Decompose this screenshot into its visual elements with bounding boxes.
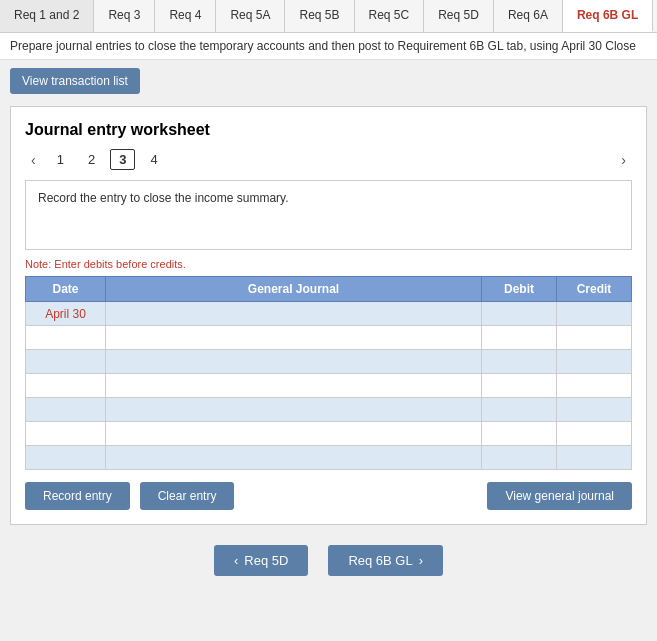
credit-cell-4[interactable]	[557, 374, 632, 398]
next-arrow-icon: ›	[419, 553, 423, 568]
tab-req5c[interactable]: Req 5C	[355, 0, 425, 32]
table-row	[26, 422, 632, 446]
tab-re[interactable]: Re	[653, 0, 657, 32]
credit-cell-2[interactable]	[557, 326, 632, 350]
journal-cell-5[interactable]	[106, 398, 482, 422]
credit-cell-3[interactable]	[557, 350, 632, 374]
date-cell-2	[26, 326, 106, 350]
credit-input-2[interactable]	[557, 326, 631, 349]
journal-input-4[interactable]	[106, 374, 481, 397]
journal-cell-6[interactable]	[106, 422, 482, 446]
col-header-debit: Debit	[482, 277, 557, 302]
view-general-journal-button[interactable]: View general journal	[487, 482, 632, 510]
page-1[interactable]: 1	[48, 149, 73, 170]
journal-cell-3[interactable]	[106, 350, 482, 374]
table-row	[26, 374, 632, 398]
debit-cell-6[interactable]	[482, 422, 557, 446]
col-header-journal: General Journal	[106, 277, 482, 302]
date-cell-1: April 30	[26, 302, 106, 326]
table-row	[26, 398, 632, 422]
debit-input-1[interactable]	[482, 302, 556, 325]
debit-input-2[interactable]	[482, 326, 556, 349]
credit-input-4[interactable]	[557, 374, 631, 397]
date-cell-3	[26, 350, 106, 374]
journal-cell-7[interactable]	[106, 446, 482, 470]
credit-input-5[interactable]	[557, 398, 631, 421]
tab-req3[interactable]: Req 3	[94, 0, 155, 32]
credit-input-7[interactable]	[557, 446, 631, 469]
debit-cell-2[interactable]	[482, 326, 557, 350]
debit-cell-7[interactable]	[482, 446, 557, 470]
prev-nav-label: Req 5D	[244, 553, 288, 568]
debit-input-6[interactable]	[482, 422, 556, 445]
debit-cell-5[interactable]	[482, 398, 557, 422]
next-nav-label: Req 6B GL	[348, 553, 412, 568]
date-cell-4	[26, 374, 106, 398]
page-next-arrow[interactable]: ›	[615, 150, 632, 170]
page-4[interactable]: 4	[141, 149, 166, 170]
col-header-credit: Credit	[557, 277, 632, 302]
table-row: April 30	[26, 302, 632, 326]
debit-input-3[interactable]	[482, 350, 556, 373]
debit-cell-4[interactable]	[482, 374, 557, 398]
date-cell-7	[26, 446, 106, 470]
tab-req5d[interactable]: Req 5D	[424, 0, 494, 32]
credit-cell-6[interactable]	[557, 422, 632, 446]
table-row	[26, 446, 632, 470]
tab-req5a[interactable]: Req 5A	[216, 0, 285, 32]
page-2[interactable]: 2	[79, 149, 104, 170]
credit-input-3[interactable]	[557, 350, 631, 373]
tab-req5b[interactable]: Req 5B	[285, 0, 354, 32]
date-cell-5	[26, 398, 106, 422]
journal-input-6[interactable]	[106, 422, 481, 445]
credit-cell-7[interactable]	[557, 446, 632, 470]
col-header-date: Date	[26, 277, 106, 302]
page-3[interactable]: 3	[110, 149, 135, 170]
page-navigation: ‹ 1 2 3 4 ›	[25, 149, 632, 170]
journal-input-2[interactable]	[106, 326, 481, 349]
prev-nav-button[interactable]: ‹ Req 5D	[214, 545, 308, 576]
credit-cell-1[interactable]	[557, 302, 632, 326]
tab-req4[interactable]: Req 4	[155, 0, 216, 32]
record-entry-button[interactable]: Record entry	[25, 482, 130, 510]
tab-bar: Req 1 and 2 Req 3 Req 4 Req 5A Req 5B Re…	[0, 0, 657, 33]
journal-cell-2[interactable]	[106, 326, 482, 350]
date-cell-6	[26, 422, 106, 446]
journal-input-7[interactable]	[106, 446, 481, 469]
bottom-buttons: Record entry Clear entry View general jo…	[25, 482, 632, 510]
debit-input-5[interactable]	[482, 398, 556, 421]
journal-table: Date General Journal Debit Credit April …	[25, 276, 632, 470]
view-transaction-button[interactable]: View transaction list	[10, 68, 140, 94]
debit-input-4[interactable]	[482, 374, 556, 397]
table-row	[26, 326, 632, 350]
prev-arrow-icon: ‹	[234, 553, 238, 568]
credit-cell-5[interactable]	[557, 398, 632, 422]
tab-req1and2[interactable]: Req 1 and 2	[0, 0, 94, 32]
worksheet-title: Journal entry worksheet	[25, 121, 632, 139]
journal-cell-1[interactable]	[106, 302, 482, 326]
nav-buttons: ‹ Req 5D Req 6B GL ›	[0, 545, 657, 576]
debit-input-7[interactable]	[482, 446, 556, 469]
tab-req6bgl[interactable]: Req 6B GL	[563, 0, 653, 32]
journal-cell-4[interactable]	[106, 374, 482, 398]
next-nav-button[interactable]: Req 6B GL ›	[328, 545, 443, 576]
debit-cell-1[interactable]	[482, 302, 557, 326]
instruction-box: Record the entry to close the income sum…	[25, 180, 632, 250]
note-text: Note: Enter debits before credits.	[25, 258, 632, 270]
main-panel: Journal entry worksheet ‹ 1 2 3 4 › Reco…	[10, 106, 647, 525]
journal-input-1[interactable]	[106, 302, 481, 325]
tab-req6a[interactable]: Req 6A	[494, 0, 563, 32]
debit-cell-3[interactable]	[482, 350, 557, 374]
instruction-bar: Prepare journal entries to close the tem…	[0, 33, 657, 60]
clear-entry-button[interactable]: Clear entry	[140, 482, 235, 510]
journal-input-5[interactable]	[106, 398, 481, 421]
journal-input-3[interactable]	[106, 350, 481, 373]
table-row	[26, 350, 632, 374]
page-prev-arrow[interactable]: ‹	[25, 150, 42, 170]
credit-input-1[interactable]	[557, 302, 631, 325]
credit-input-6[interactable]	[557, 422, 631, 445]
